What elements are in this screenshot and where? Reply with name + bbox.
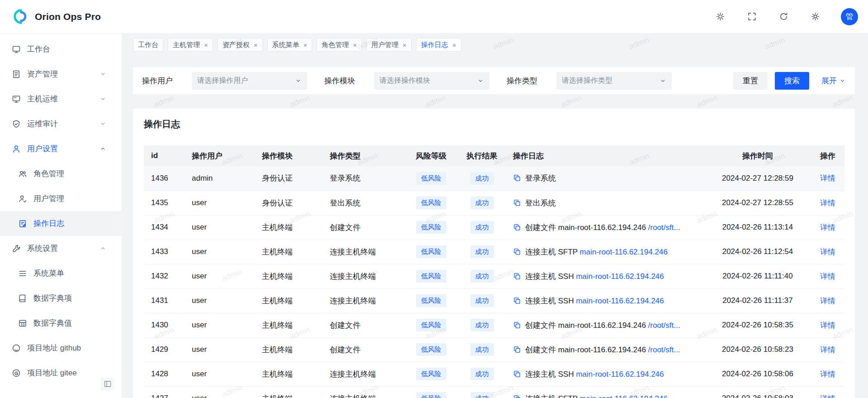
detail-link[interactable]: 详情 [820, 370, 835, 379]
sidebar-item-workbench[interactable]: 工作台 [0, 37, 122, 62]
tab-role-mgmt[interactable]: 角色管理× [317, 38, 362, 52]
tab-close-icon[interactable]: × [204, 42, 208, 48]
cell-risk: 低风险 [404, 313, 458, 337]
log-text: 登出系统 [525, 199, 556, 207]
detail-link[interactable]: 详情 [820, 297, 835, 305]
sidebar-item-label: 项目地址 github [27, 343, 113, 353]
result-badge: 成功 [470, 392, 494, 398]
cell-log: 连接主机 SFTP main-root-116.62.194.246 [506, 240, 702, 264]
cell-module: 主机终端 [255, 337, 323, 362]
app-header: Orion Ops Pro 管 [0, 0, 868, 34]
chevron-down-icon [839, 77, 846, 84]
table-row[interactable]: 1427user主机终端连接主机终端低风险成功连接主机 SFTP main-ro… [144, 386, 844, 398]
tab-sys-menu[interactable]: 系统菜单× [267, 38, 313, 52]
table-row[interactable]: 1434user主机终端创建文件低风险成功创建文件 main-root-116.… [144, 215, 844, 240]
log-link[interactable]: main-root-116.62.194.246 [580, 394, 668, 398]
detail-link[interactable]: 详情 [820, 345, 835, 354]
file-copy-icon [513, 345, 521, 354]
cell-type: 连接主机终端 [323, 362, 404, 386]
tab-close-icon[interactable]: × [254, 42, 258, 48]
risk-badge: 低风险 [416, 245, 446, 258]
cell-result: 成功 [458, 337, 506, 362]
result-badge: 成功 [470, 368, 494, 380]
sidebar-item-ops-audit[interactable]: 运维审计 [0, 111, 122, 136]
sidebar-collapse-button[interactable] [101, 377, 114, 391]
refresh-icon [779, 12, 788, 21]
chevron-down-icon [100, 120, 106, 127]
tab-asset-auth[interactable]: 资产授权× [218, 38, 263, 52]
cell-log: 创建文件 main-root-116.62.194.246 /root/sft.… [506, 313, 702, 337]
sidebar-item-dict-item[interactable]: 数据字典项 [0, 286, 122, 311]
detail-link[interactable]: 详情 [820, 199, 835, 207]
gitee-icon [12, 369, 21, 378]
sidebar-item-sys-settings[interactable]: 系统设置 [0, 236, 122, 261]
expand-toggle[interactable]: 展开 [821, 76, 846, 86]
table-row[interactable]: 1428user主机终端连接主机终端低风险成功连接主机 SSH main-roo… [144, 362, 844, 386]
detail-link[interactable]: 详情 [820, 394, 835, 398]
cell-module: 身份认证 [255, 191, 323, 215]
filter-group-op-user: 操作用户请选择操作用户 [142, 72, 307, 90]
filter-select-op-type[interactable]: 请选择操作类型 [556, 72, 672, 90]
sidebar-item-user-mgmt[interactable]: 用户管理 [0, 186, 122, 211]
detail-link[interactable]: 详情 [820, 174, 835, 182]
sidebar-item-host-ops[interactable]: 主机运维 [0, 86, 122, 111]
sidebar-item-asset-mgmt[interactable]: 资产管理 [0, 62, 122, 86]
table-row[interactable]: 1431user主机终端连接主机终端低风险成功连接主机 SSH main-roo… [144, 288, 844, 313]
table-row[interactable]: 1430user主机终端创建文件低风险成功创建文件 main-root-116.… [144, 313, 844, 337]
detail-link[interactable]: 详情 [820, 248, 835, 256]
log-link[interactable]: /root/sft... [648, 345, 680, 354]
watermark-text: admin [153, 93, 175, 109]
column-header-risk: 风险等级 [404, 145, 458, 166]
log-text: 登录系统 [525, 174, 556, 182]
sidebar-item-dict-value[interactable]: 数据字典值 [0, 311, 122, 336]
table-row[interactable]: 1433user主机终端连接主机终端低风险成功连接主机 SFTP main-ro… [144, 240, 844, 264]
tab-user-mgmt[interactable]: 用户管理× [366, 38, 412, 52]
expand-label: 展开 [821, 76, 837, 86]
book-icon [18, 294, 27, 303]
user-edit-icon [18, 194, 27, 203]
chevron-down-icon [295, 77, 302, 84]
table-row[interactable]: 1436admin身份认证登录系统低风险成功登录系统2024-02-27 12:… [144, 166, 844, 191]
table-row[interactable]: 1432user主机终端连接主机终端低风险成功连接主机 SSH main-roo… [144, 264, 844, 288]
tab-close-icon[interactable]: × [353, 42, 357, 48]
log-link[interactable]: main-root-116.62.194.246 [576, 370, 664, 379]
tab-host-mgmt[interactable]: 主机管理× [168, 38, 213, 52]
tab-close-icon[interactable]: × [403, 42, 407, 48]
log-table: id操作用户操作模块操作类型风险等级执行结果操作日志操作时间操作1436admi… [144, 145, 844, 398]
log-link[interactable]: main-root-116.62.194.246 [580, 248, 668, 256]
refresh-button[interactable] [778, 11, 789, 23]
detail-link[interactable]: 详情 [820, 272, 835, 281]
filter-select-op-user[interactable]: 请选择操作用户 [192, 72, 307, 90]
detail-link[interactable]: 详情 [820, 321, 835, 330]
tab-close-icon[interactable]: × [304, 42, 308, 48]
sidebar-item-github[interactable]: 项目地址 github [0, 336, 122, 360]
sidebar-item-sys-menu[interactable]: 系统菜单 [0, 261, 122, 286]
user-avatar[interactable]: 管 [841, 8, 858, 25]
log-link[interactable]: main-root-116.62.194.246 [576, 272, 664, 281]
sidebar-item-role-mgmt[interactable]: 角色管理 [0, 161, 122, 186]
detail-link[interactable]: 详情 [820, 223, 835, 232]
cell-log: 创建文件 main-root-116.62.194.246 /root/sft.… [506, 215, 702, 240]
fullscreen-button[interactable] [746, 11, 758, 23]
log-link[interactable]: /root/sft... [648, 321, 680, 330]
tab-op-log[interactable]: 操作日志× [416, 38, 461, 52]
log-link[interactable]: main-root-116.62.194.246 [576, 297, 664, 305]
layout: 工作台资产管理主机运维运维审计用户设置角色管理用户管理操作日志系统设置系统菜单数… [0, 34, 868, 398]
table-row[interactable]: 1435user身份认证登出系统低风险成功登出系统2024-02-27 12:2… [144, 191, 844, 215]
sidebar-item-user-settings[interactable]: 用户设置 [0, 136, 122, 161]
theme-button[interactable] [714, 11, 726, 23]
filter-select-op-module[interactable]: 请选择操作模块 [374, 72, 489, 90]
tab-workbench[interactable]: 工作台 [133, 38, 163, 52]
settings-button[interactable] [809, 11, 821, 23]
sidebar-item-label: 资产管理 [27, 69, 96, 79]
tab-close-icon[interactable]: × [452, 42, 456, 48]
search-button[interactable]: 搜索 [775, 72, 809, 90]
sidebar-item-op-log[interactable]: 操作日志 [0, 211, 122, 236]
cell-user: user [185, 313, 255, 337]
table-row[interactable]: 1429user主机终端创建文件低风险成功创建文件 main-root-116.… [144, 337, 844, 362]
log-link[interactable]: /root/sft... [648, 223, 680, 232]
reset-button[interactable]: 重置 [733, 72, 768, 90]
cell-user: user [185, 288, 255, 313]
cell-time: 2024-02-26 11:13:14 [702, 215, 813, 240]
log-text: 创建文件 main-root-116.62.194.246 [525, 321, 648, 330]
